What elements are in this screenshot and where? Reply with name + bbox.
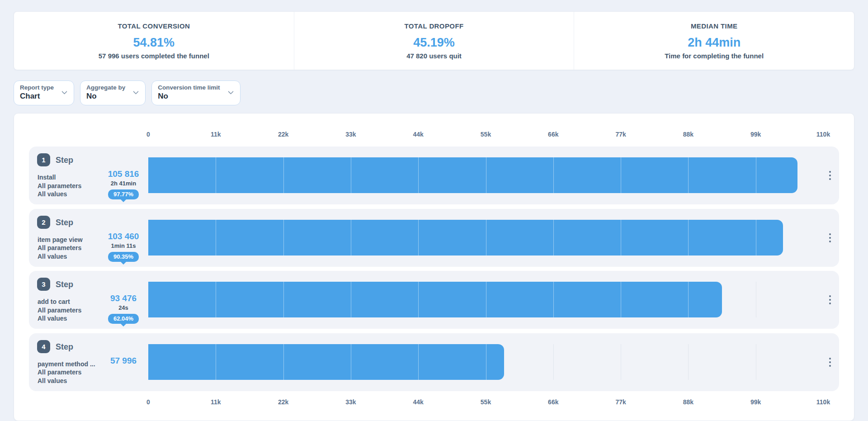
gridline-on-bar: [553, 282, 554, 317]
row-menu-button[interactable]: [823, 355, 837, 369]
gridline: [756, 282, 756, 317]
dropdown-selected-value: No: [158, 92, 220, 101]
step-median-time: 2h 41min: [92, 180, 155, 187]
funnel-step-row: 3 Step add to cart All parameters All va…: [29, 271, 839, 329]
funnel-bar[interactable]: [148, 344, 504, 380]
stat-title: MEDIAN TIME: [691, 22, 738, 30]
step-metrics: 103 460 1min 11s 90.35%: [92, 232, 155, 262]
axis-tick-label: 99k: [750, 398, 761, 406]
step-median-time: 1min 11s: [92, 242, 155, 249]
gridline-on-bar: [351, 344, 351, 380]
step-bar-track: [148, 220, 823, 255]
axis-tick-label: 44k: [413, 131, 424, 138]
gridline-on-bar: [351, 282, 351, 317]
dropdown-selected-value: No: [86, 92, 125, 101]
row-menu-button[interactable]: [823, 169, 837, 182]
dropdown-label: Conversion time limit: [158, 84, 220, 91]
funnel-step-row: 4 Step payment method ... All parameters…: [29, 333, 839, 391]
stat-subtitle: 47 820 users quit: [406, 52, 462, 60]
step-number-badge: 1: [37, 153, 50, 166]
step-users-count: 93 476: [92, 293, 155, 303]
gridline-on-bar: [621, 282, 621, 317]
dropdown-label: Report type: [20, 84, 54, 91]
step-label: Step: [56, 156, 73, 165]
report-type-dropdown[interactable]: Report type Chart: [14, 80, 74, 105]
axis-tick-label: 66k: [548, 131, 558, 138]
filter-bar: Report type Chart Aggregate by No Conver…: [14, 80, 241, 105]
gridline-on-bar: [486, 220, 486, 255]
gridline-on-bar: [283, 157, 284, 193]
axis-tick-label: 11k: [211, 131, 221, 138]
funnel-step-row: 1 Step Install All parameters All values…: [29, 147, 839, 204]
step-values: All values: [38, 377, 126, 385]
gridline-on-bar: [216, 344, 216, 380]
axis-tick-label: 22k: [278, 131, 288, 138]
axis-tick-label: 55k: [481, 398, 491, 406]
gridline-on-bar: [351, 157, 351, 193]
stat-card-total-conversion: TOTAL CONVERSION 54.81% 57 996 users com…: [14, 12, 294, 70]
step-metrics: 93 476 24s 62.04%: [92, 293, 155, 324]
step-bar-track: [148, 282, 823, 317]
gridline-on-bar: [756, 220, 756, 255]
axis-tick-label: 110k: [816, 131, 830, 138]
aggregate-by-dropdown[interactable]: Aggregate by No: [80, 80, 146, 105]
gridline-on-bar: [553, 220, 554, 255]
x-axis-bottom: 011k22k33k44k55k66k77k88k99k110k: [14, 398, 854, 406]
axis-tick-label: 66k: [548, 398, 558, 406]
axis-tick-label: 77k: [615, 131, 626, 138]
stat-card-total-dropoff: TOTAL DROPOFF 45.19% 47 820 users quit: [294, 12, 574, 70]
funnel-chart-panel: 011k22k33k44k55k66k77k88k99k110k 1 Step …: [14, 113, 854, 421]
conversion-time-limit-dropdown[interactable]: Conversion time limit No: [151, 80, 240, 105]
step-parameters: All parameters: [38, 368, 126, 377]
gridline-on-bar: [621, 220, 621, 255]
funnel-bar[interactable]: [148, 282, 722, 317]
stat-subtitle: Time for completing the funnel: [665, 52, 764, 60]
gridline: [688, 344, 689, 380]
gridline: [756, 344, 756, 380]
dropdown-selected-value: Chart: [20, 92, 54, 101]
funnel-step-row: 2 Step item page view All parameters All…: [29, 209, 839, 267]
gridline-on-bar: [418, 344, 419, 380]
stat-title: TOTAL DROPOFF: [404, 22, 463, 30]
step-users-count: 105 816: [92, 169, 155, 179]
step-number-badge: 4: [37, 340, 50, 353]
axis-tick-label: 55k: [481, 131, 491, 138]
gridline-on-bar: [418, 157, 419, 193]
axis-tick-label: 99k: [750, 131, 761, 138]
axis-tick-label: 11k: [211, 398, 221, 406]
axis-tick-label: 77k: [615, 398, 626, 406]
gridline-on-bar: [688, 282, 689, 317]
funnel-dashboard: TOTAL CONVERSION 54.81% 57 996 users com…: [0, 0, 868, 421]
stat-card-median-time: MEDIAN TIME 2h 44min Time for completing…: [574, 12, 854, 70]
x-axis-top: 011k22k33k44k55k66k77k88k99k110k: [14, 131, 854, 138]
chevron-down-icon: [133, 89, 139, 95]
axis-tick-label: 33k: [345, 131, 356, 138]
gridline: [553, 344, 554, 380]
axis-tick-label: 0: [146, 398, 150, 406]
stat-title: TOTAL CONVERSION: [118, 22, 190, 30]
stat-subtitle: 57 996 users completed the funnel: [99, 52, 209, 60]
gridline-on-bar: [486, 344, 486, 380]
axis-tick-label: 0: [146, 131, 150, 138]
step-label: Step: [56, 218, 73, 227]
gridline-on-bar: [351, 220, 351, 255]
axis-tick-label: 110k: [816, 398, 830, 406]
row-menu-button[interactable]: [823, 231, 837, 245]
gridline-on-bar: [216, 282, 216, 317]
step-bar-track: [148, 344, 823, 380]
step-conversion-badge: 90.35%: [108, 252, 139, 262]
gridline-on-bar: [283, 282, 284, 317]
row-menu-button[interactable]: [823, 293, 837, 307]
gridline-on-bar: [688, 157, 689, 193]
step-users-count: 57 996: [92, 356, 155, 366]
chevron-down-icon: [228, 89, 234, 95]
step-conversion-badge: 97.77%: [108, 189, 139, 199]
axis-tick-label: 88k: [683, 131, 693, 138]
gridline-on-bar: [418, 220, 419, 255]
funnel-bar[interactable]: [148, 157, 797, 193]
stat-value: 2h 44min: [688, 36, 741, 50]
stat-value: 45.19%: [413, 36, 455, 50]
axis-tick-label: 33k: [345, 398, 356, 406]
step-number-badge: 2: [37, 216, 50, 229]
step-label: Step: [56, 342, 73, 352]
